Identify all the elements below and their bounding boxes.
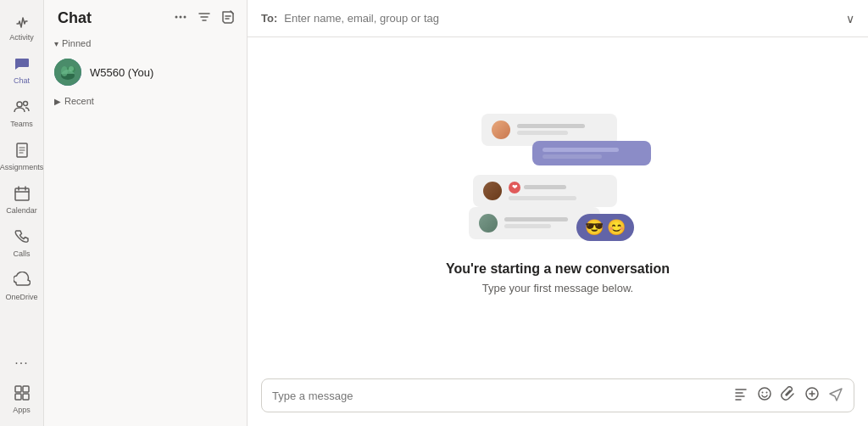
- send-button[interactable]: [828, 386, 843, 405]
- svg-point-18: [766, 392, 768, 394]
- svg-point-8: [175, 16, 178, 19]
- svg-point-17: [762, 392, 764, 394]
- sidebar-item-calendar-label: Calendar: [6, 206, 37, 215]
- sidebar-item-chat[interactable]: Chat: [2, 50, 42, 90]
- add-icon[interactable]: [804, 386, 820, 405]
- sidebar-item-assignments[interactable]: Assignments: [2, 137, 42, 177]
- to-input[interactable]: [284, 12, 846, 25]
- assignments-icon: [14, 142, 31, 161]
- activity-icon: [14, 12, 31, 31]
- illus-lines-1: [517, 124, 585, 135]
- teams-icon: [14, 98, 31, 118]
- avatar-w5560: [54, 59, 81, 86]
- chevron-down-icon[interactable]: ∨: [846, 12, 854, 25]
- sidebar-item-calls-label: Calls: [13, 249, 30, 258]
- svg-point-10: [184, 16, 186, 19]
- pinned-section-label: Pinned: [62, 38, 91, 48]
- illus-bubble-middle: ❤: [473, 175, 617, 207]
- to-bar: To: ∨: [248, 0, 868, 37]
- emoji-icon[interactable]: [757, 386, 772, 405]
- attach-icon[interactable]: [781, 386, 796, 405]
- svg-rect-3: [15, 188, 29, 200]
- recent-arrow-icon: ▶: [54, 97, 61, 106]
- sidebar-item-apps[interactable]: Apps: [2, 379, 42, 419]
- sidebar-item-apps-label: Apps: [13, 406, 31, 414]
- svg-point-16: [759, 388, 771, 400]
- main-area: To: ∨: [248, 0, 868, 426]
- message-input-area: [261, 378, 854, 412]
- sidebar-item-activity-label: Activity: [9, 33, 34, 42]
- input-toolbar: [733, 386, 843, 405]
- sidebar-item-teams[interactable]: Teams: [2, 93, 42, 133]
- sidebar-item-activity[interactable]: Activity: [2, 7, 42, 47]
- pinned-arrow-icon: ▾: [54, 39, 58, 48]
- apps-icon: [14, 384, 31, 404]
- calls-icon: [14, 228, 31, 248]
- svg-point-1: [23, 102, 27, 106]
- sidebar-item-teams-label: Teams: [10, 120, 33, 128]
- recent-section-header[interactable]: ▶ Recent: [44, 92, 247, 109]
- format-icon[interactable]: [733, 386, 748, 405]
- svg-rect-4: [15, 386, 21, 392]
- svg-rect-5: [23, 386, 29, 392]
- message-input[interactable]: [272, 390, 726, 402]
- svg-point-9: [180, 16, 182, 19]
- chat-item-w5560-name: W5560 (You): [90, 66, 153, 79]
- illus-bubble-accent: [532, 141, 651, 165]
- sidebar-item-chat-label: Chat: [14, 76, 30, 85]
- sidebar-item-onedrive-label: OneDrive: [5, 293, 37, 301]
- svg-point-0: [17, 102, 22, 107]
- chat-list-panel: Chat ▾ Pinned: [44, 0, 248, 426]
- sidebar-item-calls[interactable]: Calls: [2, 223, 42, 263]
- calendar-icon: [14, 185, 31, 205]
- chat-icon: [14, 55, 31, 75]
- new-chat-button[interactable]: [220, 8, 236, 28]
- more-options-button[interactable]: [172, 8, 189, 28]
- illus-avatar-1: [492, 121, 510, 139]
- header-icons: [172, 8, 236, 28]
- sidebar-item-onedrive[interactable]: OneDrive: [2, 266, 42, 306]
- more-dots-icon: ···: [14, 356, 28, 371]
- chat-item-w5560[interactable]: W5560 (You): [44, 52, 247, 92]
- sidebar-item-assignments-label: Assignments: [0, 163, 43, 171]
- chat-panel-title: Chat: [58, 9, 165, 27]
- svg-rect-7: [23, 394, 29, 400]
- conversation-area: ❤ 😎😊 You're starting a new conversat: [248, 37, 868, 370]
- filter-button[interactable]: [196, 8, 213, 28]
- new-conversation-subtitle: Type your first message below.: [482, 282, 633, 294]
- illus-emoji-row: 😎😊: [576, 214, 634, 241]
- sidebar-item-more[interactable]: ···: [2, 350, 42, 376]
- sidebar-nav: Activity Chat Teams Assignments: [0, 0, 44, 426]
- new-conversation-illustration: ❤ 😎😊: [465, 114, 651, 241]
- pinned-section-header[interactable]: ▾ Pinned: [44, 35, 247, 52]
- svg-point-15: [69, 66, 74, 71]
- svg-rect-6: [15, 394, 21, 400]
- to-label: To:: [261, 12, 277, 25]
- sidebar-item-calendar[interactable]: Calendar: [2, 180, 42, 220]
- recent-section-label: Recent: [64, 96, 94, 106]
- chat-list-header: Chat: [44, 0, 247, 35]
- onedrive-icon: [14, 272, 31, 291]
- new-conversation-title: You're starting a new conversation: [446, 261, 670, 277]
